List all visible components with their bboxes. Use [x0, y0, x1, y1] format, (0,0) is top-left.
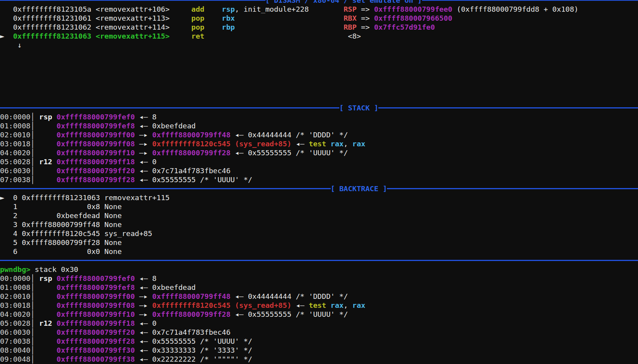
stack-row: 05:0028│ r12 0xffff88000799ff18 ◂— 0: [0, 319, 638, 328]
stack-value: ◂— 0: [135, 319, 157, 327]
stack-value: ◂— 0xbeefdead: [135, 283, 196, 291]
stack-address: 0xffff88000799ff38: [57, 355, 135, 363]
register-operand: rax: [331, 140, 344, 148]
column-divider: │: [30, 337, 35, 345]
stack-offset: 04:0020: [0, 149, 30, 157]
text-segment: [35, 319, 39, 327]
reg-label: RSP: [344, 5, 356, 13]
text-segment: [35, 355, 57, 363]
stack-address: 0xffff88000799ff28: [57, 337, 135, 345]
backtrace-row: ► 0 0xffffffff81231063 removexattr+115: [0, 193, 638, 202]
arrow-right: —▸: [135, 310, 152, 318]
frame-symbol: removexattr+115: [100, 194, 169, 202]
frame-address: 0xffff88000799ff48: [22, 220, 100, 229]
frame-index: 1: [0, 202, 22, 211]
stack-value: ◂— 0x44444444 /* 'DDDD' */: [230, 292, 348, 300]
stack-offset: 01:0008: [0, 122, 30, 130]
frame-symbol: None: [100, 202, 122, 211]
frame-symbol: None: [100, 247, 122, 256]
stack-value: ◂— 0x7c71a4f783fbec46: [135, 167, 230, 175]
text-segment: [35, 158, 39, 166]
column-divider: │: [30, 158, 35, 166]
frame-address: 0xffffffff81231063: [22, 194, 100, 202]
mnemonic: ret: [191, 32, 204, 40]
text-segment: [235, 14, 344, 22]
text-segment: [169, 5, 191, 13]
text-segment: [52, 274, 57, 282]
arrow-right: —▸: [135, 140, 152, 148]
stack-offset: 01:0008: [0, 283, 30, 291]
arrow-left: ◂—: [291, 301, 309, 309]
reg-value: 0xffff88000799fee0: [374, 5, 452, 13]
stack-address: 0xffff88000799ff18: [57, 319, 135, 327]
text-segment: [169, 32, 191, 40]
column-divider: │: [30, 122, 35, 130]
frame-index: 0: [4, 194, 22, 202]
text-segment: [205, 14, 222, 22]
section-header-backtrace: [ BACKTRACE ]: [0, 184, 638, 193]
insn-symbol: <removexattr+113>: [91, 14, 169, 22]
disasm-line: 0xffffffff8123105a <removexattr+106> add…: [0, 5, 638, 14]
mnemonic: test: [309, 301, 326, 309]
register-operand: rax: [331, 301, 344, 309]
text-segment: [52, 113, 57, 121]
text-segment: [0, 23, 13, 31]
stack-row: 08:0040│ 0xffff88000799ff30 ◂— 0x3333333…: [0, 346, 638, 355]
pwndbg-terminal[interactable]: [ DISASM / x86-64 / set emulate on ] 0xf…: [0, 0, 638, 364]
column-divider: │: [30, 149, 35, 157]
branch-arrow-line: ↓: [0, 41, 638, 50]
text-segment: [35, 140, 57, 148]
backtrace-row: 6 0x0 None: [0, 247, 638, 256]
down-arrow-icon: ↓: [0, 41, 22, 49]
text-segment: [0, 5, 13, 13]
stack-address: 0xffff88000799fef0: [57, 113, 135, 121]
current-instruction-marker: ►: [0, 32, 4, 40]
pointed-address: 0xffff88000799ff28: [152, 149, 230, 157]
stack-row: 07:0038│ 0xffff88000799ff28 ◂— 0x5555555…: [0, 337, 638, 346]
stack-value: ◂— 8: [135, 113, 157, 121]
column-divider: │: [30, 310, 35, 318]
stack-row: 09:0048│ 0xffff88000799ff38 ◂— 0x2222222…: [0, 355, 638, 364]
backtrace-row: 2 0xbeefdead None: [0, 211, 638, 220]
mnemonic: test: [309, 140, 326, 148]
text-segment: [205, 32, 348, 40]
prompt-line: pwndbg> stack 0x30: [0, 265, 638, 274]
text-segment: [35, 149, 57, 157]
text-segment: [169, 14, 191, 22]
arrow-right: —▸: [135, 131, 152, 139]
frame-index: 4: [0, 229, 22, 238]
stack-address: 0xffff88000799fef8: [57, 122, 135, 130]
stack-address: 0xffff88000799ff30: [57, 346, 135, 354]
stack-row: 02:0010│ 0xffff88000799ff00 —▸ 0xffff880…: [0, 130, 638, 139]
stack-offset: 05:0028: [0, 319, 30, 327]
reg-note: (0xffff88000799fdd8 + 0x108): [452, 5, 578, 13]
stack-address: 0xffff88000799fef8: [57, 283, 135, 291]
frame-index: 6: [0, 247, 22, 256]
stack-value: ◂— 0x7c71a4f783fbec46: [135, 328, 230, 336]
stack-value: ◂— 0: [135, 158, 157, 166]
register-operand: rbx: [222, 14, 235, 22]
insn-address: 0xffffffff81231063: [13, 32, 91, 40]
stack-address: 0xffff88000799ff00: [57, 292, 135, 300]
text-segment: [35, 346, 57, 354]
stack-offset: 07:0038: [0, 176, 30, 184]
text-segment: [205, 23, 222, 31]
stack-row: 03:0018│ 0xffff88000799ff08 —▸ 0xfffffff…: [0, 139, 638, 148]
register-operand: rsp: [222, 5, 235, 13]
frame-symbol: None: [100, 211, 122, 220]
stack-address: 0xffff88000799ff18: [57, 158, 135, 166]
text-segment: [169, 23, 191, 31]
text-segment: =>: [356, 5, 374, 13]
stack-offset: 08:0040: [0, 346, 30, 354]
text-segment: [4, 32, 13, 40]
blank-line: [0, 76, 638, 85]
arrow-right: —▸: [135, 292, 152, 300]
reg-annotation: r12: [39, 158, 52, 166]
stack-offset: 03:0018: [0, 301, 30, 309]
stack-row: 06:0030│ 0xffff88000799ff20 ◂— 0x7c71a4f…: [0, 328, 638, 337]
register-operand: rax: [352, 140, 365, 148]
stack-row: 02:0010│ 0xffff88000799ff00 —▸ 0xffff880…: [0, 292, 638, 301]
stack-address: 0xffff88000799ff00: [57, 131, 135, 139]
stack-offset: 04:0020: [0, 310, 30, 318]
mnemonic: add: [191, 5, 204, 13]
